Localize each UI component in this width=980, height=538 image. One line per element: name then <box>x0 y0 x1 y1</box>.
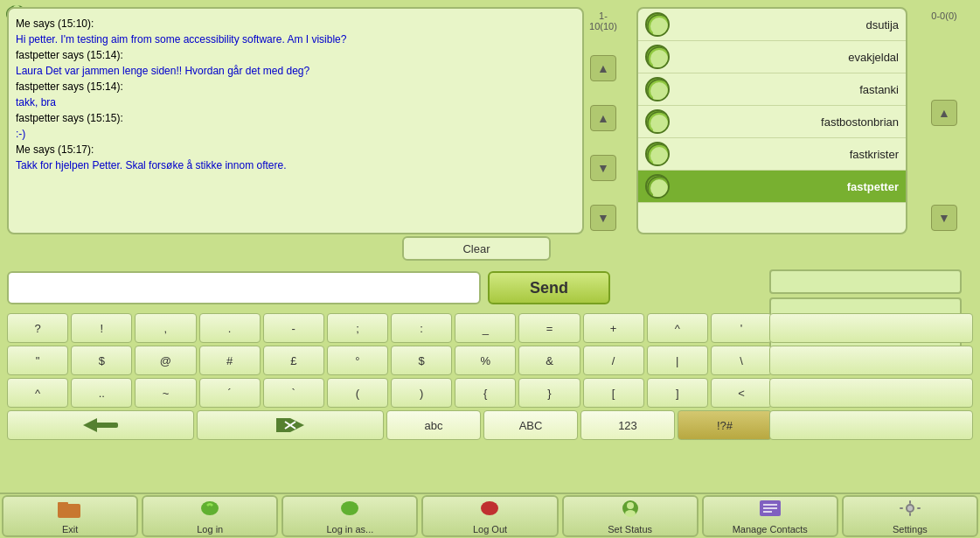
chat-scroll-up[interactable]: ▲ <box>590 55 616 81</box>
contact-name: evakjeldal <box>677 51 899 64</box>
key-sym[interactable]: = <box>518 313 580 343</box>
right-panel-btn-1[interactable] <box>769 346 973 375</box>
key-delete[interactable] <box>197 410 384 440</box>
chat-scroll-down1[interactable]: ▼ <box>590 155 616 181</box>
svg-rect-22 <box>95 423 118 428</box>
key-sym[interactable]: ; <box>327 313 388 343</box>
key-sym[interactable]: , <box>135 313 196 343</box>
svg-rect-41 <box>909 513 911 516</box>
key-sym[interactable]: " <box>7 346 68 375</box>
key-special[interactable]: !?# <box>678 410 772 440</box>
contact-item[interactable]: fastbostonbrian <box>638 106 906 138</box>
svg-point-32 <box>627 502 634 509</box>
contact-name: fastanki <box>677 83 899 96</box>
contacts-scroll-down[interactable]: ▼ <box>931 205 957 231</box>
key-sym[interactable]: # <box>199 346 261 375</box>
key-sym[interactable]: - <box>263 313 324 343</box>
quick-btn-1[interactable] <box>769 269 962 294</box>
message-input[interactable] <box>7 271 481 304</box>
right-panel-btn-3[interactable] <box>769 410 973 440</box>
contact-item[interactable]: evakjeldal <box>638 41 906 73</box>
key-sym[interactable]: $ <box>71 346 132 375</box>
contacts-panel: dsutija evakjeldal fastanki fastbostonbr… <box>636 7 907 234</box>
bottom-btn-log-in[interactable]: Log in <box>142 495 278 537</box>
svg-point-33 <box>625 510 636 517</box>
send-button[interactable]: Send <box>488 271 610 304</box>
bottom-btn-manage-contacts[interactable]: Manage Contacts <box>702 495 838 537</box>
contact-item[interactable]: fastpetter <box>638 171 906 203</box>
contact-item[interactable]: dsutija <box>638 9 906 41</box>
key-sym[interactable]: ^ <box>7 378 68 408</box>
key-sym[interactable]: ( <box>327 378 388 408</box>
key-sym[interactable]: : <box>391 313 452 343</box>
contacts-scroll-up[interactable]: ▲ <box>931 100 957 126</box>
chat-messages: Me says (15:10):Hi petter. I'm testing a… <box>16 16 575 173</box>
chat-message: Me says (15:17): <box>16 142 575 157</box>
contact-item[interactable]: fastkrister <box>638 138 906 171</box>
bottom-btn-set-status[interactable]: Set Status <box>562 495 699 537</box>
key-sym[interactable]: . <box>199 313 261 343</box>
contact-avatar <box>645 109 670 134</box>
svg-point-19 <box>655 180 664 189</box>
contacts-pagination: 0-0(0) <box>931 10 956 21</box>
chat-message: Hi petter. I'm testing aim from some acc… <box>16 31 575 47</box>
key-sym[interactable]: \ <box>711 346 772 375</box>
svg-point-11 <box>653 94 665 101</box>
key-sym[interactable]: % <box>455 346 516 375</box>
chat-scroll-down2[interactable]: ▼ <box>590 205 616 231</box>
bottom-btn-settings[interactable]: Settings <box>842 495 978 537</box>
svg-point-29 <box>341 501 358 515</box>
key-sym[interactable]: ~ <box>135 378 196 408</box>
contacts-list: dsutija evakjeldal fastanki fastbostonbr… <box>638 9 906 233</box>
svg-rect-27 <box>58 502 68 506</box>
key-123[interactable]: 123 <box>580 410 675 440</box>
bottom-btn-label-1: Log in <box>197 524 223 535</box>
right-panel-btn-0[interactable] <box>769 313 973 343</box>
key-sym[interactable]: ` <box>263 378 324 408</box>
contact-avatar <box>645 77 670 101</box>
bottom-btn-log-out[interactable]: Log Out <box>421 495 558 537</box>
contact-item[interactable]: fastanki <box>638 73 906 106</box>
key-ABC[interactable]: ABC <box>483 410 578 440</box>
svg-rect-42 <box>900 507 903 509</box>
bottom-btn-label-2: Log in as... <box>326 524 373 535</box>
key-sym[interactable]: ] <box>647 378 708 408</box>
bottom-btn-exit[interactable]: Exit <box>2 495 138 537</box>
chat-scroll-up2[interactable]: ▲ <box>590 105 616 131</box>
svg-point-5 <box>653 29 665 37</box>
key-sym[interactable]: _ <box>455 313 516 343</box>
key-sym[interactable]: } <box>518 378 580 408</box>
key-sym[interactable]: | <box>647 346 708 375</box>
key-sym[interactable]: + <box>583 313 644 343</box>
key-abc[interactable]: abc <box>386 410 481 440</box>
key-sym[interactable]: @ <box>135 346 196 375</box>
key-sym[interactable]: ) <box>391 378 452 408</box>
key-sym[interactable]: $ <box>391 346 452 375</box>
key-sym[interactable]: £ <box>263 346 324 375</box>
key-sym[interactable]: & <box>518 346 580 375</box>
clear-button[interactable]: Clear <box>402 236 551 261</box>
right-panel-btn-2[interactable] <box>769 378 973 408</box>
contact-name: fastbostonbrian <box>677 115 899 129</box>
key-sym[interactable]: ! <box>71 313 132 343</box>
key-sym[interactable]: [ <box>583 378 644 408</box>
svg-rect-40 <box>909 500 911 504</box>
bottom-btn-icon-5 <box>758 499 782 522</box>
key-sym[interactable]: / <box>583 346 644 375</box>
key-sym[interactable]: ' <box>711 313 772 343</box>
bottom-btn-log-in-as...[interactable]: Log in as... <box>281 495 418 537</box>
key-sym[interactable]: ° <box>327 346 388 375</box>
contact-avatar <box>645 12 670 37</box>
svg-point-16 <box>655 148 664 157</box>
key-sym[interactable]: ? <box>7 313 68 343</box>
key-backspace[interactable] <box>7 410 194 440</box>
bottom-bar: ExitLog inLog in as...Log OutSet StatusM… <box>0 493 980 538</box>
key-sym[interactable]: ^ <box>647 313 708 343</box>
key-symsym[interactable]: .. <box>71 378 132 408</box>
key-sym[interactable]: < <box>711 378 772 408</box>
key-sym[interactable]: ´ <box>199 378 261 408</box>
chat-pagination: 1-10(10) <box>586 10 621 31</box>
bottom-btn-icon-2 <box>337 499 362 522</box>
bottom-btn-label-6: Settings <box>893 524 928 535</box>
key-sym[interactable]: { <box>455 378 516 408</box>
